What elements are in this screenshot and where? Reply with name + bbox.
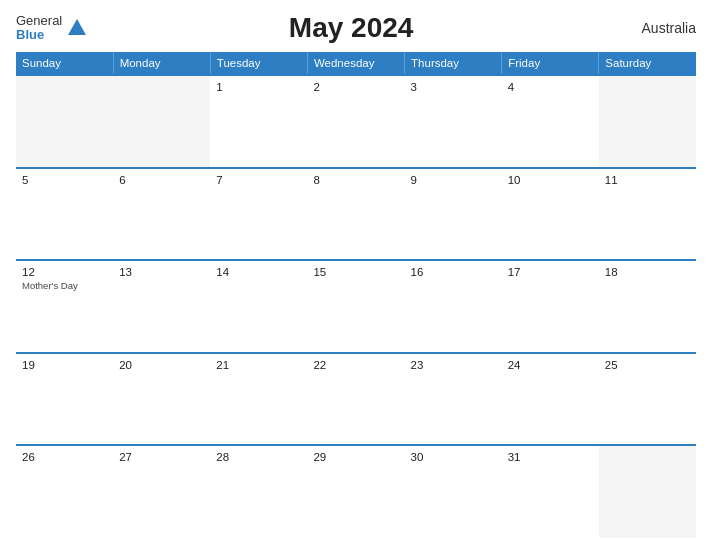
table-row: 9 (405, 168, 502, 261)
table-row: 3 (405, 75, 502, 168)
day-number: 27 (119, 451, 204, 463)
day-number: 12 (22, 266, 107, 278)
day-number: 17 (508, 266, 593, 278)
table-row: 17 (502, 260, 599, 353)
table-row: 25 (599, 353, 696, 446)
weekday-header-row: Sunday Monday Tuesday Wednesday Thursday… (16, 52, 696, 75)
day-number: 31 (508, 451, 593, 463)
table-row: 13 (113, 260, 210, 353)
calendar-week-row: 12Mother's Day131415161718 (16, 260, 696, 353)
country-label: Australia (616, 20, 696, 36)
day-number: 4 (508, 81, 593, 93)
table-row: 31 (502, 445, 599, 538)
table-row: 5 (16, 168, 113, 261)
table-row: 6 (113, 168, 210, 261)
header-saturday: Saturday (599, 52, 696, 75)
table-row (599, 445, 696, 538)
table-row: 26 (16, 445, 113, 538)
day-number: 25 (605, 359, 690, 371)
header-sunday: Sunday (16, 52, 113, 75)
day-number: 6 (119, 174, 204, 186)
calendar-table: Sunday Monday Tuesday Wednesday Thursday… (16, 52, 696, 538)
table-row: 22 (307, 353, 404, 446)
table-row: 10 (502, 168, 599, 261)
table-row (113, 75, 210, 168)
day-number: 15 (313, 266, 398, 278)
day-number: 30 (411, 451, 496, 463)
table-row: 18 (599, 260, 696, 353)
table-row: 28 (210, 445, 307, 538)
table-row: 24 (502, 353, 599, 446)
table-row: 15 (307, 260, 404, 353)
logo: General Blue (16, 14, 86, 43)
calendar-week-row: 19202122232425 (16, 353, 696, 446)
day-number: 28 (216, 451, 301, 463)
day-event: Mother's Day (22, 280, 107, 291)
day-number: 9 (411, 174, 496, 186)
table-row: 1 (210, 75, 307, 168)
calendar-week-row: 262728293031 (16, 445, 696, 538)
day-number: 22 (313, 359, 398, 371)
day-number: 8 (313, 174, 398, 186)
day-number: 5 (22, 174, 107, 186)
table-row: 12Mother's Day (16, 260, 113, 353)
logo-text-line2: Blue (16, 28, 44, 42)
day-number: 2 (313, 81, 398, 93)
table-row: 7 (210, 168, 307, 261)
table-row: 19 (16, 353, 113, 446)
day-number: 1 (216, 81, 301, 93)
calendar-week-row: 1234 (16, 75, 696, 168)
day-number: 16 (411, 266, 496, 278)
table-row: 29 (307, 445, 404, 538)
header-wednesday: Wednesday (307, 52, 404, 75)
day-number: 3 (411, 81, 496, 93)
day-number: 14 (216, 266, 301, 278)
day-number: 24 (508, 359, 593, 371)
calendar-title: May 2024 (86, 12, 616, 44)
header-thursday: Thursday (405, 52, 502, 75)
table-row: 14 (210, 260, 307, 353)
calendar-page: General Blue May 2024 Australia Sunday M… (0, 0, 712, 550)
day-number: 19 (22, 359, 107, 371)
day-number: 10 (508, 174, 593, 186)
table-row: 11 (599, 168, 696, 261)
day-number: 20 (119, 359, 204, 371)
day-number: 11 (605, 174, 690, 186)
table-row: 8 (307, 168, 404, 261)
table-row (16, 75, 113, 168)
day-number: 26 (22, 451, 107, 463)
table-row: 2 (307, 75, 404, 168)
header-friday: Friday (502, 52, 599, 75)
table-row: 23 (405, 353, 502, 446)
day-number: 13 (119, 266, 204, 278)
logo-triangle-icon (68, 19, 86, 35)
calendar-week-row: 567891011 (16, 168, 696, 261)
day-number: 29 (313, 451, 398, 463)
table-row: 20 (113, 353, 210, 446)
table-row: 27 (113, 445, 210, 538)
table-row (599, 75, 696, 168)
logo-text-line1: General (16, 14, 62, 28)
table-row: 30 (405, 445, 502, 538)
table-row: 4 (502, 75, 599, 168)
day-number: 7 (216, 174, 301, 186)
table-row: 16 (405, 260, 502, 353)
day-number: 18 (605, 266, 690, 278)
day-number: 21 (216, 359, 301, 371)
header-monday: Monday (113, 52, 210, 75)
table-row: 21 (210, 353, 307, 446)
day-number: 23 (411, 359, 496, 371)
header-tuesday: Tuesday (210, 52, 307, 75)
calendar-header: General Blue May 2024 Australia (16, 12, 696, 44)
